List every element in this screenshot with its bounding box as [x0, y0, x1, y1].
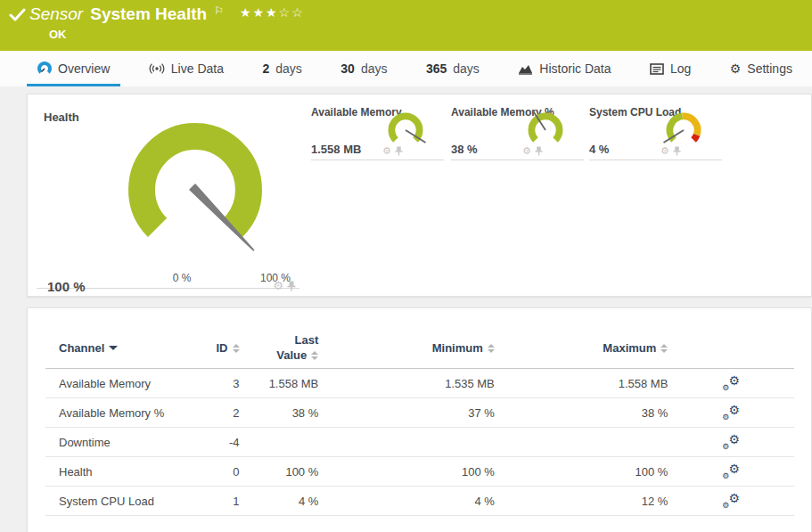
channel-maximum: 100 %	[495, 465, 668, 479]
page-title: System Health	[90, 4, 207, 24]
channel-name[interactable]: Available Memory	[45, 377, 184, 390]
channel-id: -4	[184, 436, 240, 449]
sort-icon	[660, 344, 668, 353]
channel-minimum: 37 %	[318, 406, 495, 420]
tab-30-days-number: 30	[340, 61, 355, 76]
health-value: 100 %	[47, 279, 86, 294]
sensor-tab-bar: Overview Live Data 2 days 30 days 365 da…	[0, 51, 812, 86]
column-header-channel[interactable]: Channel	[45, 341, 184, 355]
tab-historic-data-label: Historic Data	[539, 61, 611, 76]
tab-historic-data[interactable]: Historic Data	[507, 51, 621, 86]
available-memory-value: 1.558 MB	[311, 143, 361, 156]
pin-icon[interactable]	[287, 281, 296, 291]
column-header-maximum[interactable]: Maximum	[495, 341, 668, 355]
channel-name[interactable]: System CPU Load	[45, 495, 184, 508]
sort-icon	[488, 344, 495, 353]
channel-last-value: 4 %	[240, 495, 319, 508]
column-header-minimum[interactable]: Minimum	[318, 341, 495, 355]
channel-maximum: 1.558 MB	[495, 377, 668, 390]
tab-2-days-unit: days	[275, 61, 302, 76]
gear-icon[interactable]: ⚙	[382, 146, 391, 156]
table-row-available-memory-pct: Available Memory % 2 38 % 37 % 38 % ⚙⚙	[45, 398, 794, 428]
gauge-widget-health: Health 0 % 100 % 100 % ⚙	[37, 103, 299, 289]
channel-settings-icon[interactable]: ⚙⚙	[722, 375, 740, 391]
tab-30-days[interactable]: 30 days	[330, 51, 398, 86]
broadcast-icon	[149, 62, 165, 75]
health-gauge	[106, 101, 284, 279]
channel-minimum: 1.535 MB	[318, 377, 495, 390]
system-cpu-load-value: 4 %	[589, 143, 609, 156]
table-row-available-memory: Available Memory 3 1.558 MB 1.535 MB 1.5…	[45, 369, 794, 398]
gauges-panel: Health 0 % 100 % 100 % ⚙ Available Memor…	[27, 94, 812, 297]
table-header-row: Channel ID Last Value Minimum Ma	[45, 328, 794, 369]
tab-30-days-unit: days	[361, 61, 388, 76]
pin-icon[interactable]	[673, 146, 681, 156]
sort-desc-icon	[109, 346, 118, 350]
channel-id: 2	[184, 406, 240, 420]
tab-365-days[interactable]: 365 days	[415, 51, 490, 86]
channel-minimum: 100 %	[318, 465, 495, 479]
tab-log-label: Log	[670, 61, 691, 76]
gear-icon: ⚙	[730, 61, 742, 76]
channel-name[interactable]: Available Memory %	[45, 406, 184, 420]
channel-settings-icon[interactable]: ⚙⚙	[722, 493, 740, 509]
gauge-widget-system-cpu-load: System CPU Load 4 % ⚙	[589, 103, 722, 160]
tab-overview-label: Overview	[58, 61, 110, 76]
tab-365-days-number: 365	[426, 61, 447, 76]
channel-settings-icon[interactable]: ⚙⚙	[722, 434, 740, 450]
channel-last-value: 100 %	[240, 465, 319, 479]
channels-panel: Channel ID Last Value Minimum Ma	[27, 307, 812, 532]
column-header-last-value[interactable]: Last Value	[240, 333, 319, 364]
channel-last-value: 1.558 MB	[240, 377, 319, 390]
sort-icon	[233, 344, 240, 353]
tab-log[interactable]: Log	[639, 51, 701, 86]
area-chart-icon	[518, 62, 533, 75]
status-badge: OK	[49, 28, 67, 41]
flag-icon[interactable]: ⚐	[214, 4, 224, 17]
channel-settings-icon[interactable]: ⚙⚙	[722, 405, 740, 421]
content-area: Health 0 % 100 % 100 % ⚙ Available Memor…	[0, 86, 812, 532]
gauge-widget-available-memory-pct: Available Memory % 38 % ⚙	[451, 103, 584, 160]
sort-icon	[311, 351, 318, 360]
ok-check-icon	[9, 8, 26, 26]
channel-maximum: 12 %	[495, 495, 668, 508]
channel-table: Channel ID Last Value Minimum Ma	[45, 328, 794, 516]
stars-filled[interactable]: ★★★	[240, 5, 279, 20]
available-memory-pct-value: 38 %	[451, 143, 478, 156]
gear-icon[interactable]: ⚙	[522, 146, 531, 156]
channel-name[interactable]: Health	[45, 465, 184, 479]
sensor-status-header: Sensor System Health ⚐ ★★★☆☆ OK	[0, 0, 812, 51]
tab-settings-label: Settings	[747, 61, 792, 76]
channel-name[interactable]: Downtime	[45, 436, 184, 449]
gauge-icon	[37, 61, 52, 76]
object-kind-label: Sensor	[29, 4, 83, 24]
table-row-downtime: Downtime -4 ⚙⚙	[45, 428, 794, 457]
tab-2-days-number: 2	[262, 61, 269, 76]
priority-stars[interactable]: ★★★☆☆	[240, 5, 305, 20]
tab-2-days[interactable]: 2 days	[251, 51, 312, 86]
channel-id: 0	[184, 465, 240, 479]
pin-icon[interactable]	[395, 146, 403, 156]
gauge-min-label: 0 %	[155, 272, 209, 284]
channel-maximum: 38 %	[495, 406, 668, 420]
gear-icon[interactable]: ⚙	[660, 146, 669, 156]
stars-empty[interactable]: ☆☆	[279, 5, 305, 20]
tab-365-days-unit: days	[453, 61, 480, 76]
column-header-id[interactable]: ID	[184, 341, 240, 355]
gauge-widget-available-memory: Available Memory 1.558 MB ⚙	[311, 103, 444, 160]
channel-settings-icon[interactable]: ⚙⚙	[722, 463, 740, 479]
table-row-system-cpu-load: System CPU Load 1 4 % 4 % 12 % ⚙⚙	[45, 487, 794, 516]
tab-live-data[interactable]: Live Data	[138, 51, 234, 86]
gear-icon[interactable]: ⚙	[273, 280, 283, 291]
tab-settings[interactable]: ⚙ Settings	[719, 51, 803, 86]
channel-last-value: 38 %	[240, 406, 319, 420]
tab-overview[interactable]: Overview	[27, 51, 120, 86]
table-row-health: Health 0 100 % 100 % 100 % ⚙⚙	[45, 457, 794, 487]
log-list-icon	[650, 63, 664, 75]
tab-live-data-label: Live Data	[171, 61, 224, 76]
channel-id: 1	[184, 495, 240, 508]
channel-minimum: 4 %	[318, 495, 495, 508]
channel-id: 3	[184, 377, 240, 390]
gauge-title: Health	[44, 110, 79, 124]
pin-icon[interactable]	[535, 146, 543, 156]
